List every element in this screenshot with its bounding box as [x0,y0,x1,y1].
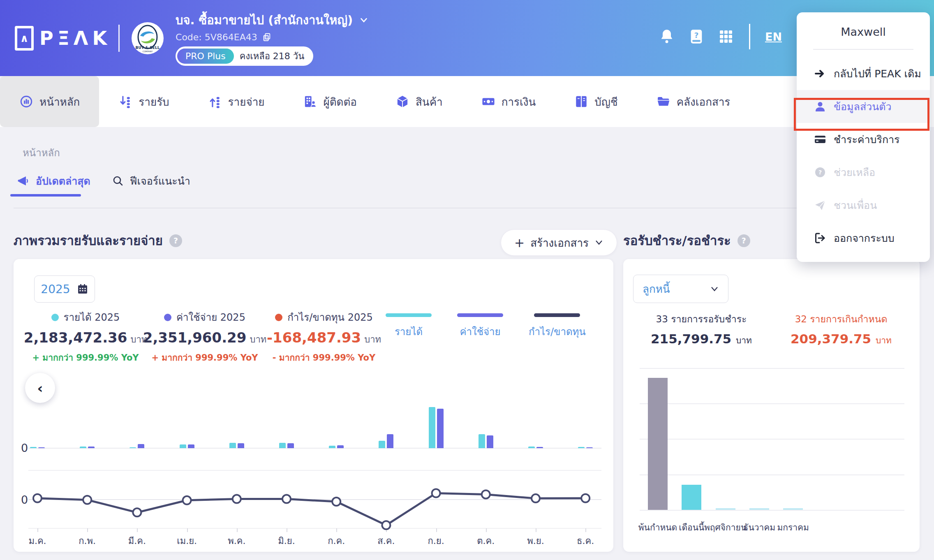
notifications-bell-icon[interactable] [659,28,675,45]
expense-bar-0 [38,447,45,448]
income-bar-4 [229,443,236,448]
dashboard-icon [19,95,33,109]
icons-divider [749,24,750,49]
app-header: ∧ PΞΛK BUY & SELL COMPANY บจ. ซื้อมาขายไ… [0,0,934,76]
x-label-9: ต.ค. [467,534,504,548]
x-tick-6 [336,528,337,532]
x-tick-4 [237,528,238,532]
company-switcher[interactable]: บจ. ซื้อมาขายไป (สำนักงานใหญ่) [176,11,368,30]
expense-bar-9 [487,435,493,448]
income-bar-11 [578,447,585,448]
nav-item-documents[interactable]: คลังเอกสาร [637,76,750,127]
x-label-0: ม.ค. [19,534,56,548]
receivables-help-icon[interactable]: ? [737,234,750,247]
paper-plane-icon [814,199,826,211]
receivables-card: ลูกหนี้ 33 รายการรอรับชำระ 215,799.75 บา… [623,259,920,552]
company-code: Code: 5V864EA43 [176,32,257,42]
x-label-10: พ.ย. [517,534,554,548]
overview-chart-card: 2025 รายได้ 2025 2,183,472.36บาท + มากกว… [14,259,613,552]
menu-item-logout[interactable]: ออกจากระบบ [797,222,930,255]
x-tick-8 [436,528,437,532]
income-bar-10 [528,447,535,448]
expense-bar-4 [238,443,244,448]
income-bar-3 [180,444,186,448]
menu-item-personal-info[interactable]: ข้อมูลส่วนตัว [797,90,930,123]
plus-icon: + [514,236,525,250]
arrow-right-icon [814,67,826,80]
nav-item-finance[interactable]: การเงิน [462,76,555,127]
tab-recommended-features[interactable]: ฟีเจอร์แนะนำ [112,173,190,189]
x-label-1: ก.พ. [69,534,106,548]
expense-bar-11 [586,447,593,448]
expense-bar-5 [287,443,294,448]
plan-badge: PRO Plus [177,49,234,64]
x-tick-9 [486,528,487,532]
help-book-icon[interactable]: ? [688,28,705,45]
menu-item-billing[interactable]: ชำระค่าบริการ [797,123,930,156]
expense-bar-8 [437,409,444,448]
plan-pill[interactable]: PRO Plus คงเหลือ 218 วัน [176,46,313,66]
income-bar-2 [129,447,136,448]
receivables-section-title: รอรับชำระ/รอชำระ [623,230,731,251]
products-box-icon [395,95,409,109]
chart-prev-button[interactable]: ‹ [25,373,55,403]
breadcrumb: หน้าหลัก [23,145,60,161]
header-divider [118,25,120,52]
user-menu-panel: Maxwell กลับไปที่ PEAK เดิม ข้อมูลส่วนตั… [797,12,930,262]
x-label-4: พ.ค. [218,534,255,548]
x-label-5: มิ.ย. [268,534,305,548]
chevron-down-icon[interactable] [359,16,368,25]
create-document-button[interactable]: + สร้างเอกสาร [501,229,617,256]
svg-text:?: ? [818,169,822,176]
x-tick-0 [37,528,38,532]
nav-item-accounting[interactable]: บัญชี [555,76,637,127]
nav-item-home[interactable]: หน้าหลัก [0,76,99,127]
recv-bar-1 [682,485,701,510]
nav-item-income[interactable]: รายรับ [99,76,188,127]
language-toggle[interactable]: EN [765,30,782,43]
peak-logo-icon: ∧ [15,26,34,51]
expense-icon [208,95,222,109]
apps-grid-icon[interactable] [718,28,734,45]
x-tick-11 [585,528,586,532]
x-tick-5 [287,528,287,532]
recv-bar-2 [716,508,735,510]
recv-x-label-4: มกราคม [764,521,822,534]
menu-item-back-to-peak[interactable]: กลับไปที่ PEAK เดิม [797,57,930,90]
svg-text:BUY & SELL: BUY & SELL [136,46,160,50]
overview-help-icon[interactable]: ? [169,234,182,247]
receivables-chart-area: พ้นกำหนดเดือนนี้พฤศจิกายนธันวาคมมกราคม [623,259,920,552]
expense-bar-6 [337,445,344,448]
menu-item-invite-friends: ชวนเพื่อน [797,189,930,222]
income-bar-8 [429,407,435,448]
contacts-building-icon [303,95,317,109]
income-bar-9 [479,434,485,448]
income-bar-1 [80,447,86,448]
nav-item-expense[interactable]: รายจ่าย [189,76,284,127]
nav-item-products[interactable]: สินค้า [376,76,462,127]
recv-gridline-2 [640,439,904,440]
x-label-2: มี.ค. [118,534,155,548]
overview-section-title: ภาพรวมรายรับและรายจ่าย [14,230,163,251]
nav-item-contacts[interactable]: ผู้ติดต่อ [284,76,376,127]
income-bar-5 [279,443,286,448]
x-label-8: ก.ย. [418,534,455,548]
expense-bar-1 [88,447,95,448]
income-bar-7 [379,441,385,448]
recv-gridline-3 [640,474,904,475]
search-icon [112,175,124,187]
megaphone-icon [18,175,30,187]
expense-bar-2 [138,444,144,448]
documents-folder-icon [657,95,670,109]
section-divider [14,208,920,208]
x-label-3: เม.ย. [169,534,206,548]
x-tick-7 [386,528,387,532]
company-logo[interactable]: BUY & SELL COMPANY [131,22,164,55]
copy-icon[interactable] [262,32,271,42]
menu-divider [813,49,913,50]
tab-latest-updates[interactable]: อัปเดตล่าสุด [18,173,90,189]
expense-bar-3 [188,444,194,448]
peak-logo-word: PΞΛK [39,27,111,49]
x-label-11: ธ.ค. [567,534,604,548]
plan-remaining-days: คงเหลือ 218 วัน [240,49,305,63]
